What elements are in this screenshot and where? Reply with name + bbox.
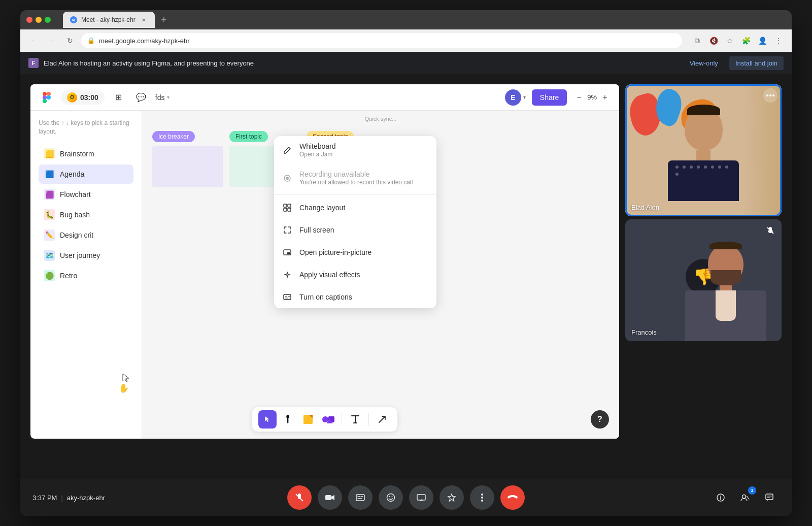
captions-icon bbox=[282, 292, 292, 302]
info-button[interactable] bbox=[710, 487, 731, 508]
emoji-button[interactable] bbox=[379, 485, 403, 510]
more-options-button[interactable] bbox=[470, 485, 494, 510]
minimize-window-button[interactable] bbox=[36, 17, 42, 23]
userjourney-icon: 🗺️ bbox=[44, 250, 55, 261]
comments-button[interactable]: 💬 bbox=[133, 89, 149, 106]
francois-figure: 👎 bbox=[685, 245, 766, 341]
extension-puzzle-button[interactable]: 🧩 bbox=[739, 34, 753, 48]
help-button[interactable]: ? bbox=[591, 410, 609, 429]
menu-divider-1 bbox=[274, 194, 436, 194]
pages-button[interactable]: ⊞ bbox=[111, 89, 127, 106]
new-tab-button[interactable]: + bbox=[157, 13, 171, 27]
notification-bar: F Elad Alon is hosting an activity using… bbox=[20, 52, 792, 74]
francois-head bbox=[708, 245, 743, 283]
zoom-control: − 9% + bbox=[573, 91, 611, 104]
menu-item-whiteboard[interactable]: Whiteboard Open a Jam bbox=[274, 136, 436, 164]
traffic-lights bbox=[26, 17, 51, 23]
svg-rect-15 bbox=[284, 294, 291, 300]
user-avatar-button[interactable]: E bbox=[505, 89, 521, 106]
layout-item-brainstorm[interactable]: 🟨 Brainstorm bbox=[39, 144, 133, 163]
zoom-in-button[interactable]: + bbox=[599, 91, 611, 104]
francois-hoodie: 👎 bbox=[685, 290, 766, 341]
end-call-button[interactable] bbox=[500, 485, 525, 510]
ice-breaker-tag: Ice breaker bbox=[152, 131, 195, 142]
figma-logo-button[interactable] bbox=[39, 89, 55, 106]
menu-item-pip[interactable]: Open picture-in-picture bbox=[274, 241, 436, 264]
refresh-button[interactable]: ↻ bbox=[63, 34, 77, 48]
active-tab[interactable]: M Meet - aky-hzpk-ehr ✕ bbox=[63, 12, 155, 28]
elad-menu-button[interactable] bbox=[763, 88, 777, 103]
select-tool-button[interactable] bbox=[258, 410, 277, 429]
view-only-button[interactable]: View-only bbox=[684, 56, 724, 70]
layout-item-agenda[interactable]: 🟦 Agenda bbox=[39, 165, 133, 184]
svg-rect-4 bbox=[43, 95, 47, 100]
shirt-dots bbox=[675, 166, 731, 176]
change-layout-label: Change layout bbox=[299, 204, 345, 212]
menu-item-fullscreen[interactable]: Full screen bbox=[274, 219, 436, 241]
video-card-francois: 👎 👎 bbox=[625, 219, 782, 341]
userjourney-label: User journey bbox=[60, 251, 100, 259]
maximize-window-button[interactable] bbox=[45, 17, 51, 23]
install-join-button[interactable]: Install and join bbox=[729, 56, 784, 70]
profile-button[interactable]: 👤 bbox=[755, 34, 769, 48]
browser-nav: ← → ↻ 🔒 meet.google.com/aky-hzpk-ehr ⧉ 🔇… bbox=[20, 29, 792, 52]
agenda-label-item: Agenda bbox=[60, 170, 84, 178]
mute-tab-button[interactable]: 🔇 bbox=[706, 34, 721, 48]
layout-hint: Use the ↑ ↓ keys to pick a starting layo… bbox=[39, 119, 133, 136]
svg-rect-13 bbox=[284, 250, 291, 255]
cursor-arrow bbox=[121, 373, 131, 383]
agenda-canvas: Quick sync... Ice breaker First topic bbox=[142, 111, 619, 439]
sticky-tool-button[interactable] bbox=[299, 410, 317, 429]
menu-button[interactable]: ⋮ bbox=[771, 34, 786, 48]
timer-display[interactable]: ⏱ 03:00 bbox=[61, 90, 105, 105]
forward-button[interactable]: → bbox=[45, 34, 59, 48]
shapes-tool-button[interactable] bbox=[319, 410, 337, 429]
recording-sublabel: You're not allowed to record this video … bbox=[299, 179, 413, 186]
brainstorm-label: Brainstorm bbox=[60, 150, 94, 158]
present-button[interactable] bbox=[409, 485, 433, 510]
filename-button[interactable]: fds ▾ bbox=[155, 93, 170, 102]
record-icon bbox=[282, 173, 292, 183]
bookmark-button[interactable]: ☆ bbox=[723, 34, 737, 48]
svg-rect-37 bbox=[766, 494, 773, 500]
figma-area: ⏱ 03:00 ⊞ 💬 fds ▾ E ▾ Share bbox=[20, 74, 792, 479]
close-window-button[interactable] bbox=[26, 17, 32, 23]
cursor-hand: ✋ bbox=[119, 383, 129, 393]
chat-button[interactable] bbox=[759, 487, 780, 508]
mute-button[interactable] bbox=[287, 485, 312, 510]
layout-item-designcrit[interactable]: ✏️ Design crit bbox=[39, 225, 133, 245]
francois-arm: 👎 bbox=[747, 297, 766, 340]
tab-close-button[interactable]: ✕ bbox=[140, 16, 148, 24]
tab-title: Meet - aky-hzpk-ehr bbox=[81, 16, 136, 23]
address-bar[interactable]: 🔒 meet.google.com/aky-hzpk-ehr bbox=[81, 33, 682, 48]
figma-toolbar: ⏱ 03:00 ⊞ 💬 fds ▾ E ▾ Share bbox=[30, 84, 619, 111]
layout-item-bugbash[interactable]: 🐛 Bug bash bbox=[39, 205, 133, 224]
svg-point-21 bbox=[322, 416, 328, 422]
captions-button[interactable] bbox=[348, 485, 373, 510]
layout-item-userjourney[interactable]: 🗺️ User journey bbox=[39, 246, 133, 265]
extensions-button[interactable]: ⧉ bbox=[690, 34, 704, 48]
zoom-out-button[interactable]: − bbox=[573, 91, 585, 104]
pencil-icon bbox=[282, 145, 292, 155]
back-button[interactable]: ← bbox=[26, 34, 41, 48]
activities-button[interactable] bbox=[439, 485, 464, 510]
francois-name: Francois bbox=[631, 328, 657, 336]
layout-item-retro[interactable]: 🟢 Retro bbox=[39, 266, 133, 285]
menu-item-captions[interactable]: Turn on captions bbox=[274, 286, 436, 308]
time-divider: | bbox=[61, 494, 62, 502]
camera-button[interactable] bbox=[318, 485, 342, 510]
text-tool-button[interactable] bbox=[346, 410, 364, 429]
bugbash-label: Bug bash bbox=[60, 211, 90, 219]
whiteboard-text: Whiteboard Open a Jam bbox=[299, 142, 336, 158]
participants-button[interactable]: 3 bbox=[735, 487, 755, 508]
share-button[interactable]: Share bbox=[532, 89, 567, 106]
arrow-tool-button[interactable] bbox=[373, 410, 391, 429]
layout-item-flowchart[interactable]: 🟪 Flowchart bbox=[39, 185, 133, 204]
pen-tool-button[interactable] bbox=[279, 410, 297, 429]
whiteboard-label: Whiteboard bbox=[299, 142, 336, 150]
filename-text: fds bbox=[155, 93, 165, 102]
menu-item-change-layout[interactable]: Change layout bbox=[274, 196, 436, 219]
nav-actions: ⧉ 🔇 ☆ 🧩 👤 ⋮ bbox=[690, 34, 786, 48]
agenda-canvas-label: Quick sync... bbox=[365, 116, 397, 122]
menu-item-visual-effects[interactable]: Apply visual effects bbox=[274, 264, 436, 286]
